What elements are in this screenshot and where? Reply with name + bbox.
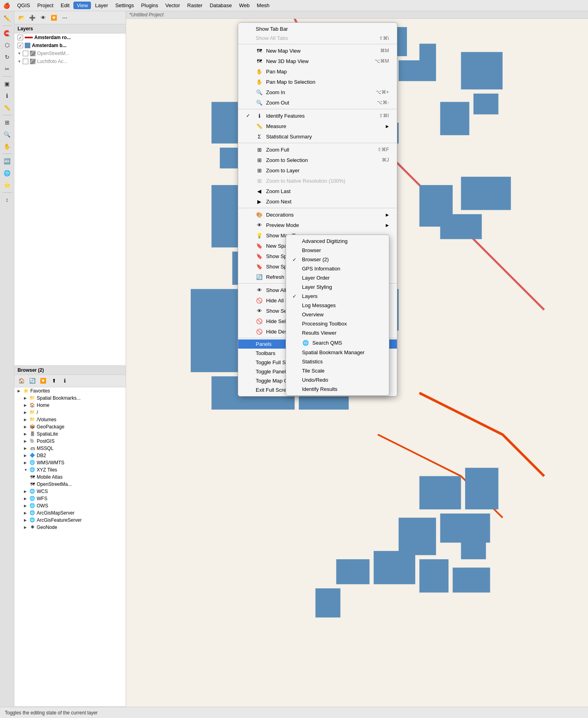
browser-geonode[interactable]: ▶ ❋ GeoNode: [14, 524, 126, 531]
vertex-tool[interactable]: ⬡: [2, 39, 13, 51]
browser-xyz[interactable]: ▼ 🌐 XYZ Tiles: [14, 466, 126, 473]
browser-spatial-bookmarks[interactable]: ▶ 📁 Spatial Bookmarks...: [14, 395, 126, 402]
zoom-in-tool[interactable]: 🔍: [2, 129, 13, 140]
browser-mobile-atlas[interactable]: 🗺 Mobile Atlas: [14, 473, 126, 481]
browser-spatialite[interactable]: ▶ 🗄 SpatiaLite: [14, 430, 126, 438]
panel-statistics[interactable]: Statistics: [286, 357, 389, 366]
digitize-tool[interactable]: ✏️: [2, 13, 13, 24]
browser-home-btn[interactable]: 🏠: [17, 376, 26, 386]
menubar-layer[interactable]: Layer: [92, 2, 111, 9]
arrow-tool[interactable]: ↕: [2, 194, 13, 205]
menubar-plugins[interactable]: Plugins: [138, 2, 162, 9]
menu-statistical-summary[interactable]: Σ Statistical Summary: [238, 131, 397, 142]
add-layer-btn[interactable]: ➕: [28, 13, 37, 22]
menubar-vector[interactable]: Vector: [162, 2, 184, 9]
panel-browser[interactable]: Browser: [286, 246, 389, 255]
browser-refresh-btn[interactable]: 🔄: [28, 376, 37, 386]
annotation-tool[interactable]: 🔤: [2, 156, 13, 167]
panel-overview[interactable]: Overview: [286, 310, 389, 319]
menubar-qgis[interactable]: QGIS: [14, 2, 34, 9]
menu-pan-map[interactable]: ✋ Pan Map: [238, 66, 397, 77]
browser-volumes[interactable]: ▶ 📁 /Volumes: [14, 416, 126, 423]
layer-item[interactable]: ▼ Luchtfoto Ac...: [14, 57, 126, 65]
browser-arcgis-map[interactable]: ▶ 🌐 ArcGisMapServer: [14, 509, 126, 517]
menubar-edit[interactable]: Edit: [57, 2, 73, 9]
identify-tool[interactable]: ℹ: [2, 90, 13, 101]
menubar-view[interactable]: View: [73, 2, 91, 9]
menu-show-tab-bar[interactable]: Show Tab Bar: [238, 24, 397, 34]
layer-checkbox[interactable]: ✓: [18, 35, 23, 40]
browser-collapse-btn[interactable]: ⬆: [49, 376, 59, 386]
browser-root[interactable]: ▶ 📁 /: [14, 409, 126, 416]
menubar-mesh[interactable]: Mesh: [254, 2, 273, 9]
layer-item[interactable]: ✓ Amsterdam ro...: [14, 34, 126, 41]
panel-search-qms[interactable]: 🌐 Search QMS: [286, 337, 389, 348]
layer-checkbox[interactable]: ✓: [18, 43, 23, 48]
menu-zoom-next[interactable]: ▶ Zoom Next: [238, 196, 397, 207]
panel-browser-2[interactable]: ✓ Browser (2): [286, 255, 389, 264]
panel-processing-toolbox[interactable]: Processing Toolbox: [286, 319, 389, 328]
browser-arcgis-feature[interactable]: ▶ 🌐 ArcGisFeatureServer: [14, 517, 126, 524]
layer-checkbox[interactable]: [23, 51, 28, 56]
browser-wfs[interactable]: ▶ 🌐 WFS: [14, 495, 126, 502]
menubar-database[interactable]: Database: [207, 2, 235, 9]
menu-new-map-view[interactable]: 🗺 New Map View ⌘M: [238, 45, 397, 56]
show-layer-btn[interactable]: 👁: [38, 13, 48, 22]
menu-new-3d-map[interactable]: 🗺 New 3D Map View ⌥⌘M: [238, 56, 397, 66]
browser-mssql[interactable]: ▶ 🗃 MSSQL: [14, 445, 126, 452]
menu-zoom-full[interactable]: ⊞ Zoom Full ⇧⌘F: [238, 144, 397, 155]
globe-tool[interactable]: 🌐: [2, 168, 13, 179]
menubar-settings[interactable]: Settings: [112, 2, 137, 9]
menubar-project[interactable]: Project: [34, 2, 57, 9]
browser-ows[interactable]: ▶ 🌐 OWS: [14, 502, 126, 509]
panel-undo-redo[interactable]: Undo/Redo: [286, 375, 389, 385]
panel-advanced-digitizing[interactable]: Advanced Digitizing: [286, 237, 389, 246]
menubar-web[interactable]: Web: [236, 2, 253, 9]
browser-geopackage[interactable]: ▶ 📦 GeoPackage: [14, 423, 126, 430]
panel-spatial-bookmark-manager[interactable]: Spatial Bookmark Manager: [286, 348, 389, 357]
menubar-raster[interactable]: Raster: [184, 2, 205, 9]
menu-identify-features[interactable]: ✓ ℹ Identify Features ⇧⌘I: [238, 110, 397, 121]
browser-osm[interactable]: 🗺 OpenStreetMa...: [14, 481, 126, 488]
panel-results-viewer[interactable]: Results Viewer: [286, 328, 389, 337]
browser-postgis[interactable]: ▶ 🐘 PostGIS: [14, 438, 126, 445]
bookmark-tool[interactable]: ⭐: [2, 180, 13, 191]
panel-layer-styling[interactable]: Layer Styling: [286, 282, 389, 292]
measure-tool[interactable]: 📏: [2, 102, 13, 113]
open-layer-btn[interactable]: 📂: [17, 13, 26, 22]
browser-db2[interactable]: ▶ 🔷 DB2: [14, 452, 126, 459]
menu-zoom-to-layer[interactable]: ⊞ Zoom to Layer: [238, 165, 397, 176]
layer-item[interactable]: ▼ OpenStreetM...: [14, 49, 126, 57]
panel-log-messages[interactable]: Log Messages: [286, 301, 389, 310]
select-tool[interactable]: ▣: [2, 78, 13, 89]
split-tool[interactable]: ✂: [2, 63, 13, 75]
menu-measure[interactable]: 📏 Measure ▶: [238, 121, 397, 131]
filter-layer-btn[interactable]: 🔽: [49, 13, 59, 22]
browser-item-label: /Volumes: [37, 417, 56, 422]
more-layer-btn[interactable]: ⋯: [60, 13, 69, 22]
menu-zoom-out[interactable]: 🔍 Zoom Out ⌥⌘-: [238, 97, 397, 108]
menu-zoom-in[interactable]: 🔍 Zoom In ⌥⌘+: [238, 87, 397, 97]
panel-identify-results[interactable]: Identify Results: [286, 385, 389, 394]
panel-layers[interactable]: ✓ Layers: [286, 292, 389, 301]
menu-zoom-to-selection[interactable]: ⊞ Zoom to Selection ⌘J: [238, 155, 397, 165]
browser-info-btn[interactable]: ℹ: [60, 376, 69, 386]
browser-filter-btn[interactable]: 🔽: [38, 376, 48, 386]
layer-checkbox[interactable]: [23, 59, 28, 64]
snap-tool[interactable]: 🧲: [2, 28, 13, 39]
panel-layer-order[interactable]: Layer Order: [286, 273, 389, 282]
menu-zoom-last[interactable]: ◀ Zoom Last: [238, 186, 397, 196]
rotate-tool[interactable]: ↻: [2, 51, 13, 63]
browser-wcs[interactable]: ▶ 🌐 WCS: [14, 488, 126, 495]
menu-preview-mode[interactable]: 👁 Preview Mode ▶: [238, 220, 397, 230]
layer-item[interactable]: ✓ Amsterdam b...: [14, 41, 126, 49]
pan-tool[interactable]: ✋: [2, 141, 13, 152]
zoom-full-tool[interactable]: ⊞: [2, 117, 13, 128]
browser-home[interactable]: ▶ 🏠 Home: [14, 402, 126, 409]
menu-decorations[interactable]: 🎨 Decorations ▶: [238, 209, 397, 220]
browser-favorites[interactable]: ▶ ⭐ Favorites: [14, 387, 126, 395]
panel-gps-information[interactable]: GPS Information: [286, 264, 389, 273]
menu-pan-to-selection[interactable]: ✋ Pan Map to Selection: [238, 77, 397, 87]
browser-wms[interactable]: ▶ 🌐 WMS/WMTS: [14, 459, 126, 466]
panel-tile-scale[interactable]: Tile Scale: [286, 366, 389, 375]
